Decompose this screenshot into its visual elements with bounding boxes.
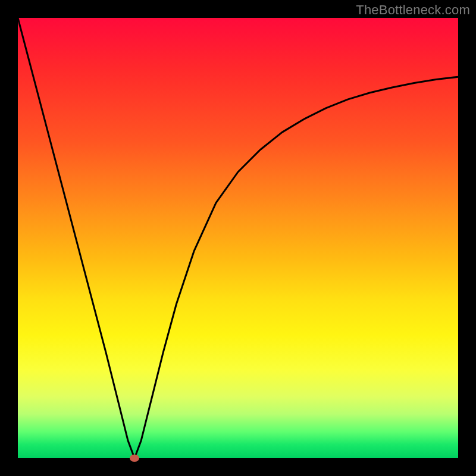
bottleneck-curve: [18, 18, 458, 458]
chart-frame: TheBottleneck.com: [0, 0, 476, 476]
minimum-marker: [130, 455, 139, 462]
plot-area: [18, 18, 458, 458]
curve-svg: [18, 18, 458, 458]
watermark-text: TheBottleneck.com: [356, 2, 470, 18]
